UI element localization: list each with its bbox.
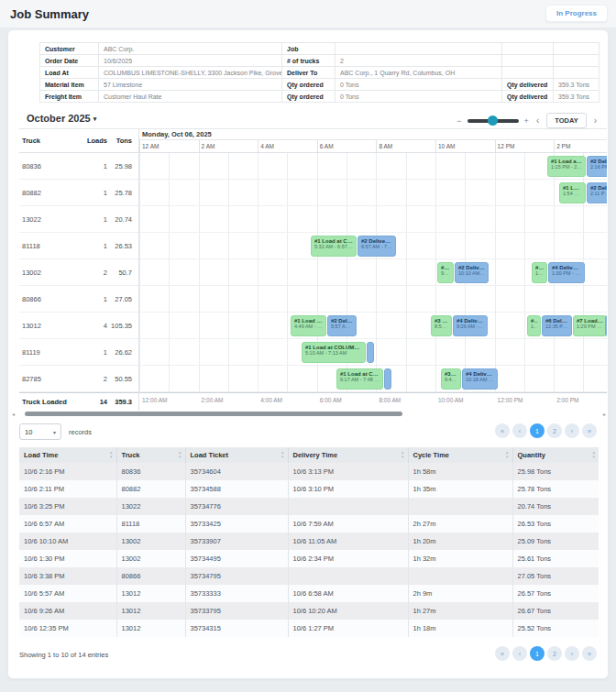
zoom-slider[interactable] [468, 115, 519, 126]
column-header[interactable]: Load Time▲▼ [19, 447, 116, 463]
gantt-bar-time: 4:49 AM - 5:57 AM [294, 324, 323, 329]
gantt-bar-load[interactable]: #1 Load at COLUMBUS LIMESTONE-SHELLY5:32… [311, 236, 357, 257]
page-button-next[interactable]: › [565, 423, 579, 438]
table-cell: 10/6 11:05 AM [288, 533, 408, 550]
page-button-prev[interactable]: ‹ [512, 423, 527, 438]
table-cell: 10/6 9:26 AM [19, 602, 116, 620]
gantt-bar-deliver[interactable]: #4 Deliver to ABC Corp.10:18 AM - 11:10 … [462, 368, 498, 390]
gantt-bar-deliver[interactable] [384, 368, 391, 390]
column-header[interactable]: Cycle Time▲▼ [408, 447, 512, 463]
page-button-first[interactable]: « [495, 646, 510, 661]
next-day-button[interactable]: › [592, 115, 599, 126]
page-button-page-2[interactable]: 2 [547, 646, 562, 661]
page-button-last[interactable]: » [582, 423, 597, 438]
gantt-bar-load[interactable]: #3 Load at COLUMBUS LIMESTONE-SHELLY8:53… [431, 315, 452, 336]
gantt-bar-deliver[interactable] [605, 315, 607, 336]
sort-icon[interactable]: ▲▼ [401, 451, 404, 459]
gantt-bar-deliver[interactable]: #2 Deliver to ABC Corp.6:57 AM - 7:59 AM [358, 236, 396, 257]
table-cell: 1h 35m [408, 480, 512, 498]
page-size-select[interactable]: 10 ▾ [19, 423, 61, 440]
info-value [554, 67, 600, 79]
gantt-bar-deliver[interactable]: #4 Deliver to ABC Corp.1:30 PM - 2:34 PM [548, 262, 585, 283]
info-table-body: CustomerABC Corp.JobOrder Date10/6/2025#… [40, 43, 600, 103]
table-cell: 13022 [116, 498, 185, 515]
page-button-page-1[interactable]: 1 [530, 646, 544, 661]
gantt-bar-deliver[interactable]: #2 Deliver to ABC Corp.2:16 PM - 3:13 PM [587, 156, 607, 177]
gantt-bar-load[interactable]: #3 Load at COLUMBUS LIMESTONE-SHELLY1:05… [532, 262, 547, 283]
column-header-label: Cycle Time [413, 451, 449, 459]
gantt-left-row: 13022120.74 [19, 206, 138, 233]
gantt-bar-deliver[interactable] [367, 342, 374, 363]
gantt-bar-time: 1:15 PM - 2:16 PM [551, 164, 582, 170]
page-button-page-1[interactable]: 1 [530, 423, 544, 438]
column-header-label: Delivery Time [293, 451, 338, 459]
gantt-bar-deliver[interactable]: #4 Deliver to ABC Corp.9:26 AM - 10:20 A… [453, 315, 488, 336]
page-button-prev[interactable]: ‹ [512, 646, 527, 661]
sort-icon[interactable]: ▲▼ [505, 451, 509, 459]
gantt-bar-load[interactable]: #1 Load at COLUMBUS LIMESTONE-SHELLY1:54… [559, 182, 586, 203]
gantt-bar-deliver[interactable]: #6 Deliver to ABC Corp.12:35 PM - 1:27 P… [542, 315, 572, 336]
column-header[interactable]: Quantity▲▼ [512, 447, 599, 463]
table-row: 10/6 1:30 PM130023573449510/6 2:34 PM1h … [19, 550, 599, 567]
gantt-loads-value: 1 [82, 242, 107, 250]
table-cell: 25.09 Tons [512, 533, 599, 550]
column-header-label: Quantity [518, 451, 545, 459]
gantt-tons-value: 26.62 [107, 348, 137, 357]
table-cell: 80866 [116, 567, 185, 585]
table-cell: 25.98 Tons [512, 463, 599, 480]
column-header[interactable]: Load Ticket▲▼ [185, 447, 288, 463]
table-row: 10/6 5:57 AM130123573333310/6 6:58 AM2h … [19, 585, 599, 602]
gantt-bar-load[interactable]: #1 Load at COLUMBUS LIMESTONE-SHELLY5:10… [302, 342, 366, 363]
page-button-next[interactable]: › [565, 646, 579, 661]
page-button-first[interactable]: « [495, 423, 510, 438]
time-tick: 4 AM [260, 143, 274, 149]
info-value [554, 43, 600, 55]
scrollbar-thumb[interactable] [25, 412, 402, 416]
time-tick: 2:00 PM [556, 397, 578, 403]
gantt-bar-time: 5:10 AM - 7:13 AM [305, 350, 362, 356]
scroll-left-icon[interactable]: ◂ [12, 411, 15, 417]
table-cell: 10/6 3:13 PM [288, 463, 408, 480]
info-label: Qty delivered [502, 79, 554, 91]
today-button[interactable]: TODAY [546, 113, 586, 128]
sort-icon[interactable]: ▲▼ [280, 451, 284, 459]
gantt-timeline-row: #1 Load at COLUMBUS LIMESTONE-SHELLY5:32… [139, 233, 607, 259]
scroll-right-icon[interactable]: ▸ [603, 411, 606, 417]
gantt-bar-deliver[interactable]: #2 Deliver to ABC Corp.5:57 AM - 6:58 AM [327, 315, 357, 336]
zoom-out-icon[interactable]: − [456, 116, 461, 126]
info-value: 359.3 Tons [554, 79, 600, 91]
sort-icon[interactable]: ▲▼ [109, 451, 113, 459]
gantt-bar-deliver[interactable]: #2 Deliver to ABC Corp.10:10 AM - 11:05 … [455, 262, 489, 283]
gantt-bar-load[interactable]: #7 Load at COLUMBUS LIMESTONE-SHELLY1:29… [573, 315, 607, 336]
info-value: Customer Haul Rate [99, 91, 282, 103]
gantt-horizontal-scrollbar[interactable]: ◂ ▸ [12, 410, 606, 418]
gantt-bar-time: 6:17 AM - 7:48 AM [340, 377, 380, 382]
status-badge[interactable]: In Progress [545, 5, 608, 22]
table-row: 10/6 6:57 AM811183573342510/6 7:59 AM2h … [19, 515, 599, 533]
gantt-bar-load[interactable]: #1 Load at COLUMBUS LIMESTONE-SHELLY1:15… [547, 156, 586, 177]
zoom-slider-handle[interactable] [488, 115, 498, 126]
gantt-loads-value: 1 [82, 348, 107, 357]
gantt-bar-time: 6:57 AM - 7:59 AM [361, 244, 392, 249]
gantt-bar-load[interactable]: #5 Load at COLUMBUS LIMESTONE-SHELLY12:1… [527, 315, 541, 336]
table-cell: 1h 20m [408, 533, 512, 550]
sort-icon[interactable]: ▲▼ [178, 451, 182, 459]
prev-day-button[interactable]: ‹ [534, 115, 541, 126]
info-value: 0 Tons [336, 79, 502, 91]
gantt-bar-load[interactable]: #1 Load at COLUMBUS LIMESTONE-SHELLY6:17… [336, 368, 383, 390]
column-header[interactable]: Delivery Time▲▼ [288, 447, 408, 463]
time-tick: 12 AM [142, 143, 159, 149]
gantt-left-columns: Truck Loads Tons 80836125.9880882125.781… [19, 129, 138, 411]
zoom-in-icon[interactable]: + [524, 116, 529, 126]
gantt-bar-deliver[interactable]: #2 Deliver to ABC Corp.2:11 PM - 3:10 PM [587, 182, 607, 203]
gantt-bar-load[interactable]: #1 Load at COLUMBUS LIMESTONE-SHELLY4:49… [291, 315, 326, 336]
gantt-bar-load[interactable]: #1 Load at COLUMBUS LIMESTONE-SHELLY9:45… [437, 262, 454, 283]
gantt-truck-label: 80882 [19, 189, 82, 197]
month-select[interactable]: October 2025▾ [27, 113, 96, 124]
gantt-loads-value: 1 [82, 295, 107, 303]
page-button-last[interactable]: » [582, 646, 597, 661]
column-header[interactable]: Truck▲▼ [116, 447, 185, 463]
sort-icon[interactable]: ▲▼ [592, 451, 596, 459]
gantt-bar-load[interactable]: #3 Load at COLUMBUS LIMESTONE-SHELLY9:42… [441, 368, 461, 390]
page-button-page-2[interactable]: 2 [547, 423, 562, 438]
